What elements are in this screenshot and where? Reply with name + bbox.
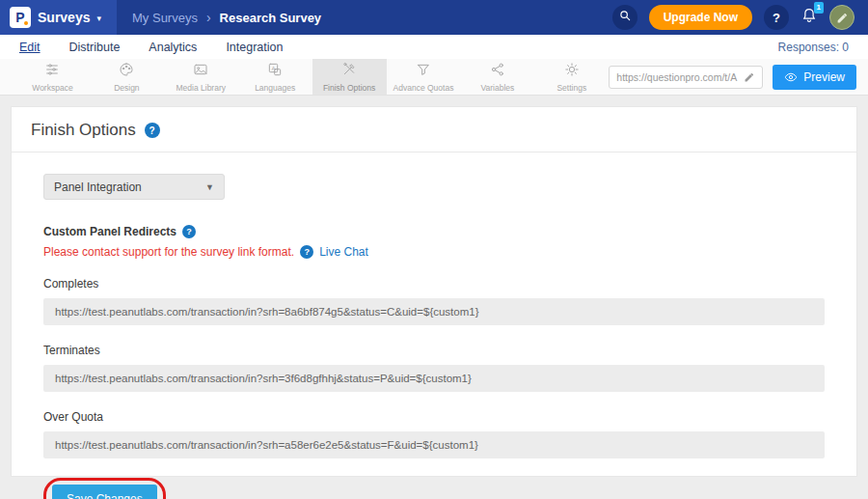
survey-url-input[interactable] (616, 71, 740, 83)
card-body: Panel Integration ▼ Custom Panel Redirec… (12, 152, 856, 499)
tab-edit[interactable]: Edit (19, 41, 41, 54)
survey-url-box (609, 66, 763, 89)
breadcrumb-separator-icon: › (206, 10, 211, 25)
completes-url-field[interactable]: https://test.peanutlabs.com/transaction/… (43, 298, 825, 325)
edit-url-pencil-icon[interactable] (744, 71, 755, 83)
toolbar-item-design[interactable]: Design (90, 59, 164, 95)
avatar[interactable] (829, 5, 854, 30)
toolbar-item-label: Media Library (176, 83, 227, 93)
eye-icon (784, 70, 798, 84)
chevron-down-icon: ▼ (205, 182, 214, 192)
variables-icon (490, 62, 505, 81)
product-switcher[interactable]: P Surveys ▾ (0, 0, 117, 35)
notifications-button[interactable]: 1 (800, 7, 818, 28)
finish-option-dropdown[interactable]: Panel Integration ▼ (43, 174, 225, 200)
toolbar-item-label: Design (114, 83, 139, 93)
tab-analytics[interactable]: Analytics (149, 41, 197, 54)
completes-group: Completes https://test.peanutlabs.com/tr… (43, 277, 825, 325)
upgrade-now-button[interactable]: Upgrade Now (649, 5, 752, 30)
toolbar-item-variables[interactable]: Variables (460, 59, 534, 95)
toolbar-item-finish-options[interactable]: Finish Options (312, 59, 387, 95)
topbar: P Surveys ▾ My Surveys › Research Survey… (0, 0, 868, 35)
help-button[interactable]: ? (764, 5, 789, 30)
terminates-group: Terminates https://test.peanutlabs.com/t… (43, 344, 825, 392)
notification-badge: 1 (814, 2, 824, 14)
pencil-icon (836, 12, 849, 24)
toolbar-item-media-library[interactable]: Media Library (164, 59, 238, 95)
search-icon (618, 9, 632, 26)
tab-distribute[interactable]: Distribute (69, 41, 121, 54)
advance-quotas-icon (416, 62, 431, 81)
preview-button[interactable]: Preview (773, 65, 856, 90)
languages-icon: A (267, 62, 283, 81)
questionpro-logo: P (10, 7, 31, 28)
red-annotation-highlight: Save Changes (43, 478, 166, 499)
dropdown-selected-value: Panel Integration (54, 180, 142, 194)
tab-integration[interactable]: Integration (226, 41, 283, 54)
chevron-down-icon: ▾ (96, 14, 101, 23)
toolbar-item-label: Advance Quotas (393, 83, 454, 93)
settings-icon (564, 62, 580, 81)
card-header: Finish Options ? (12, 107, 856, 152)
responses-count: Responses: 0 (778, 41, 849, 54)
survey-nav: Edit Distribute Analytics Integration Re… (0, 35, 868, 59)
terminates-url-field[interactable]: https://test.peanutlabs.com/transaction/… (43, 365, 825, 392)
over-quota-url-field[interactable]: https://test.peanutlabs.com/transaction/… (43, 431, 825, 458)
support-row: Please contact support for the survey li… (43, 245, 825, 259)
support-notice-text: Please contact support for the survey li… (43, 245, 294, 259)
breadcrumb-my-surveys[interactable]: My Surveys (132, 11, 198, 25)
help-icon: ? (773, 11, 780, 25)
toolbar-item-workspace[interactable]: Workspace (15, 59, 90, 95)
custom-panel-redirects-label: Custom Panel Redirects (43, 225, 176, 238)
help-icon[interactable]: ? (300, 245, 313, 259)
preview-label: Preview (803, 70, 845, 84)
edit-toolbar: Workspace Design Media Library A Languag… (0, 59, 868, 96)
finish-options-icon (341, 62, 357, 81)
media-library-icon (193, 62, 208, 81)
finish-options-card: Finish Options ? Panel Integration ▼ Cus… (12, 107, 856, 476)
toolbar-right: Preview (609, 59, 868, 95)
search-button[interactable] (612, 5, 637, 30)
toolbar-item-label: Finish Options (323, 83, 375, 93)
help-icon[interactable]: ? (182, 225, 196, 238)
save-changes-button[interactable]: Save Changes (52, 485, 157, 499)
section-row: Custom Panel Redirects ? (43, 225, 825, 238)
over-quota-group: Over Quota https://test.peanutlabs.com/t… (43, 410, 825, 458)
toolbar-item-label: Variables (480, 83, 514, 93)
workspace-icon (44, 62, 60, 81)
toolbar-item-languages[interactable]: A Languages (238, 59, 312, 95)
breadcrumb-current-survey: Research Survey (220, 11, 322, 25)
product-name: Surveys (38, 10, 90, 25)
breadcrumb: My Surveys › Research Survey (132, 10, 321, 25)
toolbar-item-label: Languages (255, 83, 295, 93)
design-icon (119, 62, 134, 81)
completes-label: Completes (43, 277, 825, 291)
toolbar-item-label: Workspace (32, 83, 72, 93)
toolbar-item-label: Settings (556, 83, 586, 93)
topbar-actions: Upgrade Now ? 1 (612, 5, 868, 30)
toolbar-item-settings[interactable]: Settings (534, 59, 609, 95)
live-chat-link[interactable]: Live Chat (319, 245, 368, 259)
toolbar-item-advance-quotas[interactable]: Advance Quotas (387, 59, 461, 95)
over-quota-label: Over Quota (43, 410, 825, 424)
page-title: Finish Options (31, 121, 136, 140)
page-content: Finish Options ? Panel Integration ▼ Cus… (0, 96, 868, 487)
help-icon[interactable]: ? (145, 123, 160, 138)
terminates-label: Terminates (43, 344, 825, 357)
